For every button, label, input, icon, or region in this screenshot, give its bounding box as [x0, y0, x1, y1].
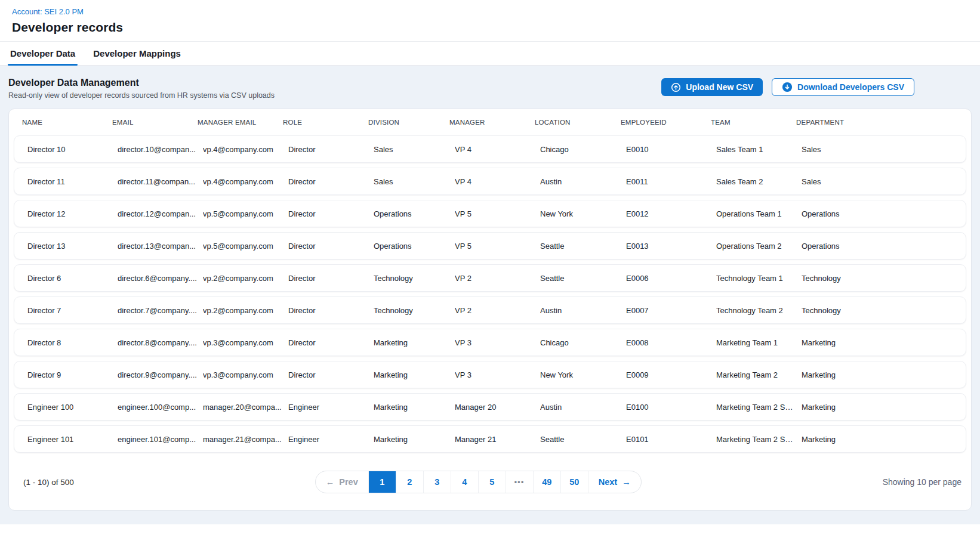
tab-developer-data[interactable]: Developer Data — [8, 42, 78, 65]
table-cell: director.8@company.... — [118, 338, 203, 347]
column-header-location: LOCATION — [535, 119, 621, 126]
download-button-label: Download Developers CSV — [797, 82, 904, 92]
tab-developer-mappings[interactable]: Developer Mappings — [91, 42, 183, 65]
table-cell: New York — [540, 370, 626, 379]
table-cell: Engineer 100 — [27, 403, 118, 412]
section-header: Developer Data Management Read-only view… — [8, 76, 972, 100]
table-cell: engineer.100@comp... — [118, 403, 203, 412]
table-cell: Manager 21 — [455, 435, 540, 444]
table-cell: Marketing — [374, 370, 455, 379]
tab-label: Developer Mappings — [93, 48, 181, 58]
table-cell: Technology — [374, 274, 455, 283]
table-cell: Manager 20 — [455, 403, 540, 412]
table-cell: Austin — [540, 306, 626, 315]
column-header-division: DIVISION — [368, 119, 449, 126]
page-button-4[interactable]: 4 — [451, 471, 478, 493]
table-cell: Sales Team 1 — [716, 145, 802, 154]
table-cell: director.6@company.... — [118, 274, 203, 283]
table-cell: Director 7 — [27, 306, 118, 315]
table-cell: vp.2@company.com — [203, 306, 288, 315]
page-header: Account: SEI 2.0 PM Developer records — [0, 0, 980, 41]
table-header-row: NAMEEMAILMANAGER EMAILROLEDIVISIONMANAGE… — [9, 109, 971, 135]
table-cell: Operations — [802, 242, 957, 251]
result-range-text: (1 - 10) of 500 — [23, 478, 74, 487]
table-cell: Marketing — [802, 435, 957, 444]
prev-label: Prev — [339, 477, 358, 487]
table-cell: Operations Team 1 — [716, 209, 802, 218]
table-cell: Director 10 — [27, 145, 118, 154]
table-cell: Director — [288, 370, 374, 379]
table-cell: Sales — [802, 177, 957, 186]
page-button-1[interactable]: 1 — [368, 471, 396, 493]
column-header-team: TEAM — [711, 119, 796, 126]
table-cell: director.11@compan... — [118, 177, 203, 186]
table-cell: Marketing — [802, 338, 957, 347]
table-cell: Sales — [374, 177, 455, 186]
page-button-50[interactable]: 50 — [560, 471, 588, 493]
table-cell: Director — [288, 338, 374, 347]
page-button-2[interactable]: 2 — [396, 471, 423, 493]
table-cell: Director — [288, 242, 374, 251]
upload-csv-button[interactable]: Upload New CSV — [661, 78, 763, 96]
column-header-name: NAME — [22, 119, 112, 126]
prev-page-button[interactable]: ←Prev — [316, 471, 368, 493]
table-row: Engineer 101engineer.101@comp...manager.… — [14, 425, 966, 453]
app-root: Account: SEI 2.0 PM Developer records De… — [0, 0, 980, 534]
section-subtitle: Read-only view of developer records sour… — [8, 91, 275, 100]
table-cell: New York — [540, 209, 626, 218]
table-cell: VP 3 — [455, 370, 540, 379]
table-cell: vp.3@company.com — [203, 370, 288, 379]
table-cell: VP 5 — [455, 209, 540, 218]
next-label: Next — [599, 477, 617, 487]
table-cell: E0010 — [626, 145, 716, 154]
column-header-department: DEPARTMENT — [796, 119, 961, 126]
next-arrow-icon: → — [622, 477, 631, 487]
page-button-5[interactable]: 5 — [478, 471, 506, 493]
table-cell: Technology — [374, 306, 455, 315]
table-cell: director.9@company.... — [118, 370, 203, 379]
table-row: Director 12director.12@compan...vp.5@com… — [14, 200, 966, 227]
table-cell: E0100 — [626, 403, 716, 412]
page-button-3[interactable]: 3 — [423, 471, 451, 493]
download-icon — [782, 82, 793, 92]
table-cell: Chicago — [540, 145, 626, 154]
table-cell: E0012 — [626, 209, 716, 218]
table-cell: VP 2 — [455, 306, 540, 315]
table-row: Engineer 100engineer.100@comp...manager.… — [14, 393, 966, 421]
table-cell: Marketing — [374, 403, 455, 412]
page-button-49[interactable]: 49 — [533, 471, 560, 493]
table-cell: vp.4@company.com — [203, 145, 288, 154]
table-cell: Sales Team 2 — [716, 177, 802, 186]
table-cell: Engineer — [288, 435, 374, 444]
table-cell: Director — [288, 274, 374, 283]
section-title: Developer Data Management — [8, 78, 275, 88]
table-row: Director 11director.11@compan...vp.4@com… — [14, 168, 966, 195]
table-cell: E0011 — [626, 177, 716, 186]
table-cell: E0006 — [626, 274, 716, 283]
table-cell: manager.21@compa... — [203, 435, 288, 444]
table-cell: vp.4@company.com — [203, 177, 288, 186]
table-cell: Seattle — [540, 274, 626, 283]
next-page-button[interactable]: Next→ — [588, 471, 641, 493]
table-cell: Director 9 — [27, 370, 118, 379]
table-cell: VP 2 — [455, 274, 540, 283]
table-row: Director 6director.6@company....vp.2@com… — [14, 264, 966, 292]
table-cell: Director — [288, 177, 374, 186]
table-cell: Chicago — [540, 338, 626, 347]
account-link[interactable]: Account: SEI 2.0 PM — [12, 7, 84, 16]
table-cell: Director 6 — [27, 274, 118, 283]
column-header-role: ROLE — [283, 119, 368, 126]
table-cell: Director — [288, 209, 374, 218]
table-cell: Seattle — [540, 242, 626, 251]
table-cell: Director — [288, 145, 374, 154]
table-cell: Marketing Team 2 Su... — [716, 403, 802, 412]
table-cell: Director 13 — [27, 242, 118, 251]
table-row: Director 9director.9@company....vp.3@com… — [14, 361, 966, 388]
table-cell: Engineer 101 — [27, 435, 118, 444]
table-cell: E0101 — [626, 435, 716, 444]
download-csv-button[interactable]: Download Developers CSV — [772, 78, 914, 96]
developer-table: NAMEEMAILMANAGER EMAILROLEDIVISIONMANAGE… — [8, 109, 972, 511]
column-header-employeeid: EMPLOYEEID — [621, 119, 711, 126]
table-cell: Sales — [374, 145, 455, 154]
table-cell: Marketing Team 1 — [716, 338, 802, 347]
